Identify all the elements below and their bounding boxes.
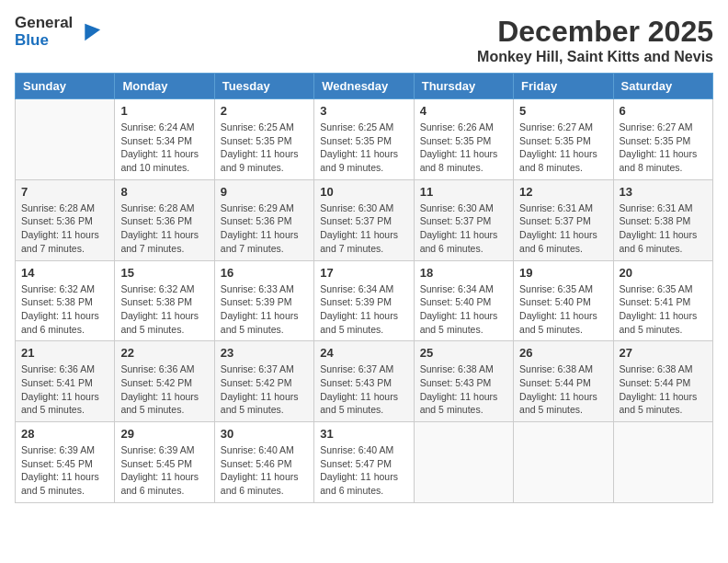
day-info: Sunrise: 6:38 AM Sunset: 5:44 PM Dayligh… [620, 362, 707, 417]
calendar-week-row: 1Sunrise: 6:24 AM Sunset: 5:34 PM Daylig… [16, 99, 713, 180]
day-info: Sunrise: 6:40 AM Sunset: 5:46 PM Dayligh… [221, 443, 308, 498]
day-info: Sunrise: 6:34 AM Sunset: 5:39 PM Dayligh… [320, 282, 407, 337]
calendar-cell: 31Sunrise: 6:40 AM Sunset: 5:47 PM Dayli… [314, 422, 414, 503]
calendar-cell [16, 99, 115, 180]
day-number: 3 [320, 104, 407, 118]
calendar-cell [414, 422, 513, 503]
day-number: 2 [221, 104, 308, 118]
day-info: Sunrise: 6:36 AM Sunset: 5:41 PM Dayligh… [21, 362, 108, 417]
calendar-cell: 1Sunrise: 6:24 AM Sunset: 5:34 PM Daylig… [115, 99, 214, 180]
logo-icon [76, 19, 102, 45]
calendar-cell: 25Sunrise: 6:38 AM Sunset: 5:43 PM Dayli… [414, 341, 513, 422]
day-number: 19 [519, 266, 607, 280]
day-info: Sunrise: 6:35 AM Sunset: 5:41 PM Dayligh… [620, 282, 707, 337]
calendar-cell: 2Sunrise: 6:25 AM Sunset: 5:35 PM Daylig… [214, 99, 313, 180]
calendar-cell: 15Sunrise: 6:32 AM Sunset: 5:38 PM Dayli… [115, 260, 214, 341]
logo-blue: Blue [15, 32, 73, 50]
day-info: Sunrise: 6:37 AM Sunset: 5:42 PM Dayligh… [221, 362, 308, 417]
day-number: 20 [620, 266, 707, 280]
day-number: 24 [320, 346, 407, 360]
calendar-cell: 8Sunrise: 6:28 AM Sunset: 5:36 PM Daylig… [115, 179, 214, 260]
day-number: 26 [519, 346, 607, 360]
header-wednesday: Wednesday [314, 74, 414, 99]
day-info: Sunrise: 6:31 AM Sunset: 5:37 PM Dayligh… [519, 201, 607, 256]
calendar-week-row: 28Sunrise: 6:39 AM Sunset: 5:45 PM Dayli… [16, 422, 713, 503]
calendar-cell: 17Sunrise: 6:34 AM Sunset: 5:39 PM Dayli… [314, 260, 414, 341]
calendar-cell: 26Sunrise: 6:38 AM Sunset: 5:44 PM Dayli… [514, 341, 613, 422]
calendar-header-row: SundayMondayTuesdayWednesdayThursdayFrid… [16, 74, 713, 99]
location-title: Monkey Hill, Saint Kitts and Nevis [477, 49, 713, 65]
calendar-cell: 24Sunrise: 6:37 AM Sunset: 5:43 PM Dayli… [314, 341, 414, 422]
day-info: Sunrise: 6:38 AM Sunset: 5:43 PM Dayligh… [420, 362, 507, 417]
month-title: December 2025 [477, 15, 713, 49]
day-info: Sunrise: 6:24 AM Sunset: 5:34 PM Dayligh… [120, 121, 208, 175]
day-info: Sunrise: 6:30 AM Sunset: 5:37 PM Dayligh… [420, 201, 507, 256]
calendar-cell: 14Sunrise: 6:32 AM Sunset: 5:38 PM Dayli… [16, 260, 115, 341]
day-info: Sunrise: 6:29 AM Sunset: 5:36 PM Dayligh… [221, 201, 308, 256]
day-info: Sunrise: 6:25 AM Sunset: 5:35 PM Dayligh… [320, 121, 407, 175]
calendar-cell: 19Sunrise: 6:35 AM Sunset: 5:40 PM Dayli… [514, 260, 613, 341]
day-number: 31 [320, 427, 407, 441]
day-info: Sunrise: 6:39 AM Sunset: 5:45 PM Dayligh… [120, 443, 208, 498]
day-info: Sunrise: 6:34 AM Sunset: 5:40 PM Dayligh… [420, 282, 507, 337]
calendar-cell: 23Sunrise: 6:37 AM Sunset: 5:42 PM Dayli… [214, 341, 313, 422]
header-friday: Friday [514, 74, 613, 99]
day-number: 14 [21, 266, 108, 280]
day-number: 22 [120, 346, 208, 360]
day-number: 13 [620, 185, 707, 199]
header-saturday: Saturday [613, 74, 712, 99]
day-number: 23 [221, 346, 308, 360]
calendar-cell: 22Sunrise: 6:36 AM Sunset: 5:42 PM Dayli… [115, 341, 214, 422]
calendar-week-row: 21Sunrise: 6:36 AM Sunset: 5:41 PM Dayli… [16, 341, 713, 422]
day-info: Sunrise: 6:27 AM Sunset: 5:35 PM Dayligh… [620, 121, 707, 175]
day-number: 12 [519, 185, 607, 199]
day-number: 25 [420, 346, 507, 360]
day-number: 21 [21, 346, 108, 360]
calendar-cell: 6Sunrise: 6:27 AM Sunset: 5:35 PM Daylig… [613, 99, 712, 180]
day-info: Sunrise: 6:31 AM Sunset: 5:38 PM Dayligh… [620, 201, 707, 256]
calendar-cell: 3Sunrise: 6:25 AM Sunset: 5:35 PM Daylig… [314, 99, 414, 180]
day-number: 9 [221, 185, 308, 199]
day-info: Sunrise: 6:27 AM Sunset: 5:35 PM Dayligh… [519, 121, 607, 175]
calendar-cell: 9Sunrise: 6:29 AM Sunset: 5:36 PM Daylig… [214, 179, 313, 260]
day-number: 10 [320, 185, 407, 199]
day-info: Sunrise: 6:26 AM Sunset: 5:35 PM Dayligh… [420, 121, 507, 175]
day-number: 29 [120, 427, 208, 441]
day-info: Sunrise: 6:38 AM Sunset: 5:44 PM Dayligh… [519, 362, 607, 417]
header-sunday: Sunday [16, 74, 115, 99]
calendar-cell: 16Sunrise: 6:33 AM Sunset: 5:39 PM Dayli… [214, 260, 313, 341]
day-info: Sunrise: 6:28 AM Sunset: 5:36 PM Dayligh… [120, 201, 208, 256]
calendar-cell: 28Sunrise: 6:39 AM Sunset: 5:45 PM Dayli… [16, 422, 115, 503]
day-number: 5 [519, 104, 607, 118]
logo: General Blue [15, 15, 102, 49]
day-number: 4 [420, 104, 507, 118]
calendar-table: SundayMondayTuesdayWednesdayThursdayFrid… [15, 73, 713, 503]
calendar-cell: 13Sunrise: 6:31 AM Sunset: 5:38 PM Dayli… [613, 179, 712, 260]
title-area: December 2025 Monkey Hill, Saint Kitts a… [477, 15, 713, 65]
calendar-cell: 29Sunrise: 6:39 AM Sunset: 5:45 PM Dayli… [115, 422, 214, 503]
day-info: Sunrise: 6:30 AM Sunset: 5:37 PM Dayligh… [320, 201, 407, 256]
calendar-cell: 18Sunrise: 6:34 AM Sunset: 5:40 PM Dayli… [414, 260, 513, 341]
day-info: Sunrise: 6:28 AM Sunset: 5:36 PM Dayligh… [21, 201, 108, 256]
calendar-cell: 5Sunrise: 6:27 AM Sunset: 5:35 PM Daylig… [514, 99, 613, 180]
day-info: Sunrise: 6:36 AM Sunset: 5:42 PM Dayligh… [120, 362, 208, 417]
calendar-cell: 4Sunrise: 6:26 AM Sunset: 5:35 PM Daylig… [414, 99, 513, 180]
calendar-cell [613, 422, 712, 503]
day-number: 8 [120, 185, 208, 199]
day-number: 15 [120, 266, 208, 280]
day-number: 11 [420, 185, 507, 199]
day-number: 6 [620, 104, 707, 118]
day-number: 27 [620, 346, 707, 360]
day-number: 7 [21, 185, 108, 199]
calendar-cell: 7Sunrise: 6:28 AM Sunset: 5:36 PM Daylig… [16, 179, 115, 260]
day-info: Sunrise: 6:37 AM Sunset: 5:43 PM Dayligh… [320, 362, 407, 417]
calendar-cell: 20Sunrise: 6:35 AM Sunset: 5:41 PM Dayli… [613, 260, 712, 341]
day-info: Sunrise: 6:33 AM Sunset: 5:39 PM Dayligh… [221, 282, 308, 337]
calendar-cell: 30Sunrise: 6:40 AM Sunset: 5:46 PM Dayli… [214, 422, 313, 503]
calendar-cell: 12Sunrise: 6:31 AM Sunset: 5:37 PM Dayli… [514, 179, 613, 260]
day-number: 16 [221, 266, 308, 280]
day-number: 18 [420, 266, 507, 280]
calendar-cell: 11Sunrise: 6:30 AM Sunset: 5:37 PM Dayli… [414, 179, 513, 260]
calendar-cell [514, 422, 613, 503]
day-info: Sunrise: 6:40 AM Sunset: 5:47 PM Dayligh… [320, 443, 407, 498]
